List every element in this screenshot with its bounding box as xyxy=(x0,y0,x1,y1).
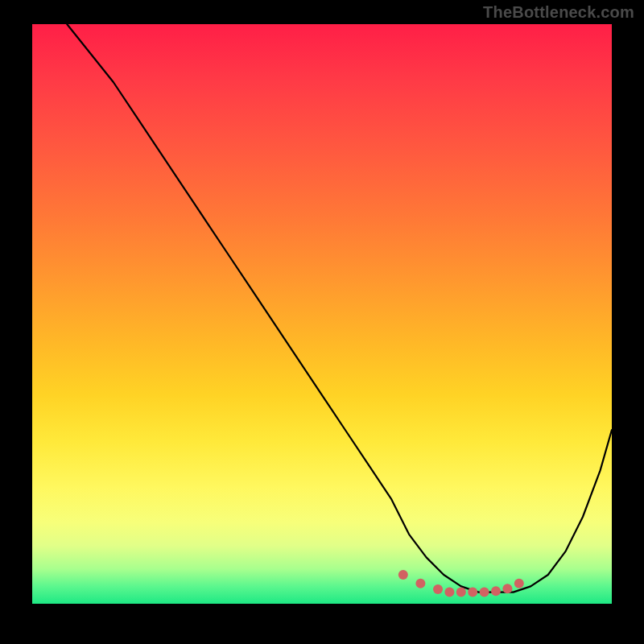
optimal-dot xyxy=(514,579,524,588)
watermark-text: TheBottleneck.com xyxy=(483,3,634,22)
optimal-dot xyxy=(398,570,408,580)
bottleneck-curve-line xyxy=(67,24,612,592)
optimal-dot xyxy=(468,588,477,597)
optimal-dot xyxy=(480,588,489,597)
optimal-dot xyxy=(415,579,425,588)
optimal-dot xyxy=(433,584,443,594)
optimal-dot xyxy=(502,584,512,593)
optimal-dot xyxy=(491,586,501,596)
chart-frame: TheBottleneck.com xyxy=(0,0,644,644)
optimal-dot xyxy=(444,588,454,597)
bottleneck-curve-svg xyxy=(32,24,612,604)
optimal-dot xyxy=(456,588,466,597)
